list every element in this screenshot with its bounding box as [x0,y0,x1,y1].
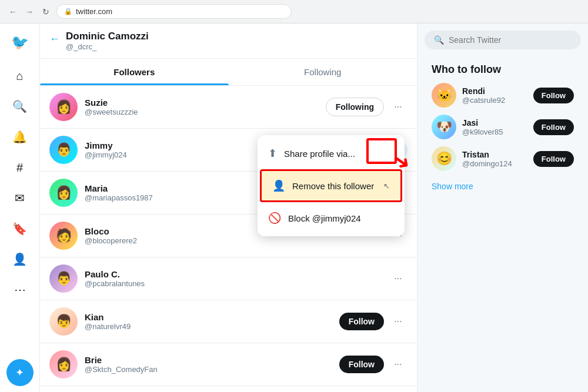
follow-button-jasi[interactable]: Follow [533,119,574,135]
follower-item-suzie: 👩 Suzie @sweetsuzzzie Following ··· [40,86,417,129]
sidebar-item-bookmarks[interactable]: 🔖 [6,215,34,242]
dropdown-item-share[interactable]: ⬆ Share profile via... [258,139,405,168]
url-bar: 🔒 twitter.com [56,4,292,19]
follower-actions-suzie: Following ··· [326,98,407,116]
sidebar-item-notifications[interactable]: 🔔 [6,123,34,150]
search-input[interactable] [449,35,572,45]
dropdown-overlay: ⬆ Share profile via... 👤 Remove this fol… [258,135,405,236]
avatar-brie: 👩 [49,350,78,378]
sidebar-item-more[interactable]: ⋯ [6,276,34,303]
follow-button-brie[interactable]: Follow [339,356,384,373]
following-button-suzie[interactable]: Following [326,98,384,116]
follower-info-suzie: Suzie @sweetsuzzzie [85,98,319,116]
share-label: Share profile via... [284,149,355,159]
follower-info-kian: Kian @naturelvr49 [85,312,332,331]
profile-handle: @_dcrc_ [66,42,149,51]
suggestion-info-rendi: Rendi @catsrule92 [462,86,527,105]
dropdown-item-block[interactable]: 🚫 Block @jimmyj024 [258,203,405,233]
search-icon: 🔍 [434,35,444,45]
suggestion-name-jasi: Jasi [462,118,527,128]
suggestion-item-tristan: 😊 Tristan @domingo124 Follow [432,146,574,171]
back-nav-button[interactable]: ← [7,6,19,18]
sidebar-item-explore[interactable]: 🔍 [6,93,34,120]
avatar-tristan: 😊 [432,146,456,171]
avatar-jasi: 🐶 [432,115,456,139]
avatar-maria: 👩 [49,179,78,207]
follow-button-tristan[interactable]: Follow [533,151,574,167]
follower-handle-brie: @Sktch_ComedyFan [85,365,332,374]
sidebar-item-messages[interactable]: ✉ [6,185,34,212]
follower-info-brie: Brie @Sktch_ComedyFan [85,355,332,374]
more-button-brie[interactable]: ··· [389,355,407,374]
avatar-rendi: 🐱 [432,83,456,108]
remove-follower-label: Remove this follower [292,181,374,191]
block-label: Block @jimmyj024 [288,213,361,223]
suggestion-handle-rendi: @catsrule92 [462,96,527,105]
suggestion-item-rendi: 🐱 Rendi @catsrule92 Follow [432,83,574,108]
follower-list: 👩 Suzie @sweetsuzzzie Following ··· 👨 Ji… [40,86,417,392]
search-bar[interactable]: 🔍 [425,31,581,49]
follower-actions-kian: Follow ··· [339,312,407,331]
follower-name-brie: Brie [85,355,332,365]
follower-handle-bloco: @blocoperere2 [85,236,382,245]
browser-chrome: ← → ↻ 🔒 twitter.com [0,0,588,24]
follower-item-katie: 👩 Katie O. @kay_tee_oh Follow ··· [40,386,417,392]
who-to-follow: Who to follow 🐱 Rendi @catsrule92 Follow… [425,56,581,202]
lock-icon: 🔒 [64,8,72,15]
follower-item-paulo: 👨 Paulo C. @pcabralantunes ··· [40,257,417,300]
profile-header: ← Dominic Camozzi @_dcrc_ [40,24,417,59]
follow-button-rendi[interactable]: Follow [533,88,574,103]
follow-button-kian[interactable]: Follow [339,313,384,330]
follower-actions-brie: Follow ··· [339,355,407,374]
suggestion-info-tristan: Tristan @domingo124 [462,150,527,168]
remove-follower-icon: 👤 [272,179,285,192]
follower-handle-kian: @naturelvr49 [85,322,332,331]
suggestion-name-tristan: Tristan [462,150,527,159]
share-icon: ⬆ [268,147,277,160]
suggestion-info-jasi: Jasi @k9lover85 [462,118,527,136]
tabs: Followers Following [40,59,417,86]
tab-following[interactable]: Following [229,59,417,85]
follower-item-brie: 👩 Brie @Sktch_ComedyFan Follow ··· [40,343,417,386]
follower-info-paulo: Paulo C. @pcabralantunes [85,269,382,288]
follower-handle-paulo: @pcabralantunes [85,279,382,288]
avatar-paulo: 👨 [49,264,78,293]
more-button-suzie[interactable]: ··· [389,98,407,116]
right-sidebar: 🔍 Who to follow 🐱 Rendi @catsrule92 Foll… [417,24,588,392]
suggestion-name-rendi: Rendi [462,86,527,96]
dropdown-menu: ⬆ Share profile via... 👤 Remove this fol… [258,135,405,236]
show-more-link[interactable]: Show more [432,178,574,195]
url-text: twitter.com [76,7,112,16]
more-button-paulo[interactable]: ··· [389,269,407,288]
cursor-indicator: ↖ [383,182,390,190]
avatar-suzie: 👩 [49,93,78,121]
dropdown-item-remove[interactable]: 👤 Remove this follower ↖ [260,169,402,202]
more-button-kian[interactable]: ··· [389,312,407,331]
follower-name-paulo: Paulo C. [85,269,382,279]
follower-name-suzie: Suzie [85,98,319,108]
avatar-kian: 👦 [49,307,78,336]
follower-handle-suzie: @sweetsuzzzie [85,108,319,116]
profile-name: Dominic Camozzi [66,31,149,42]
who-to-follow-title: Who to follow [432,63,574,76]
avatar-bloco: 🧑 [49,222,78,250]
twitter-logo: 🐦 [6,29,34,55]
suggestion-item-jasi: 🐶 Jasi @k9lover85 Follow [432,115,574,139]
sidebar-item-home[interactable]: ⌂ [6,62,34,89]
back-button[interactable]: ← [49,33,60,45]
reload-button[interactable]: ↻ [40,6,52,18]
tab-followers[interactable]: Followers [40,59,229,85]
tweet-button[interactable]: ✦ [6,359,34,386]
follower-item-kian: 👦 Kian @naturelvr49 Follow ··· [40,300,417,343]
forward-nav-button[interactable]: → [24,6,35,18]
block-icon: 🚫 [268,212,281,225]
suggestion-handle-tristan: @domingo124 [462,159,527,168]
suggestion-handle-jasi: @k9lover85 [462,128,527,136]
follower-name-kian: Kian [85,312,332,322]
sidebar-item-profile[interactable]: 👤 [6,246,34,273]
follower-actions-paulo: ··· [389,269,407,288]
main-content: ← Dominic Camozzi @_dcrc_ Followers Foll… [40,24,417,392]
avatar-jimmy: 👨 [49,136,78,164]
profile-info: Dominic Camozzi @_dcrc_ [66,31,149,51]
sidebar-item-hashtag[interactable]: # [6,154,34,181]
